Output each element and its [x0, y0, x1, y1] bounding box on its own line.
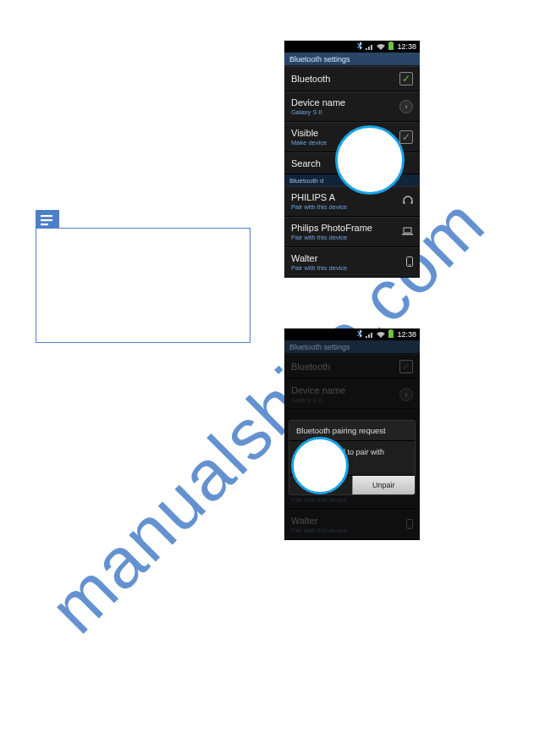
note-box	[36, 228, 250, 343]
device-name-label: Device name	[291, 385, 345, 395]
svg-rect-6	[411, 201, 413, 204]
status-time: 12:38	[397, 42, 416, 51]
device-sub: Pair with this device	[291, 234, 372, 241]
phone-screenshot-2: 12:38 Bluetooth settings Bluetooth ✓ Dev…	[284, 328, 420, 540]
svg-rect-8	[402, 234, 413, 235]
settings-header: Bluetooth settings	[284, 52, 420, 66]
device-sub: Pair with this device	[291, 527, 347, 534]
device-sub: Pair with this device	[291, 203, 347, 211]
headphones-icon	[403, 196, 413, 207]
search-label: Search	[291, 158, 321, 168]
svg-rect-10	[409, 264, 410, 265]
svg-rect-4	[390, 41, 393, 43]
svg-rect-5	[404, 201, 405, 204]
device-row-photoframe[interactable]: Philips PhotoFrame Pair with this device	[284, 217, 420, 247]
laptop-icon	[402, 227, 413, 237]
device-name-label: Device name	[291, 97, 345, 108]
bluetooth-icon	[357, 329, 363, 339]
visible-label: Visible	[291, 128, 327, 138]
device-row-walter: Walter Pair with this device	[284, 510, 420, 540]
device-name-row[interactable]: Device name Galaxy S II ›	[284, 91, 420, 122]
visible-sub: Make device	[291, 139, 327, 146]
svg-rect-14	[409, 527, 410, 527]
visible-checkbox[interactable]: ✓	[399, 130, 413, 144]
highlight-circle	[335, 125, 405, 195]
svg-rect-12	[390, 329, 393, 331]
bluetooth-label: Bluetooth	[291, 361, 330, 372]
battery-icon	[388, 41, 394, 52]
settings-header: Bluetooth settings	[284, 340, 420, 354]
device-row-walter[interactable]: Walter Pair with this device	[284, 247, 420, 278]
battery-icon	[388, 329, 394, 339]
device-title: Walter	[291, 253, 347, 263]
svg-rect-11	[388, 330, 394, 338]
device-sub: Pair with this device	[291, 264, 347, 272]
wifi-icon	[377, 330, 385, 339]
status-bar: 12:38	[284, 41, 420, 52]
bluetooth-toggle-row: Bluetooth ✓	[284, 354, 420, 379]
wifi-icon	[377, 42, 385, 52]
svg-rect-3	[388, 42, 394, 50]
device-sub: Pair with this device	[291, 496, 372, 504]
device-title: Walter	[291, 516, 347, 526]
svg-rect-2	[41, 223, 48, 225]
bluetooth-toggle-row[interactable]: Bluetooth ✓	[284, 66, 420, 91]
highlight-circle	[291, 437, 349, 494]
chevron-right-icon[interactable]: ›	[399, 100, 413, 113]
bluetooth-icon	[357, 41, 363, 52]
bluetooth-checkbox: ✓	[399, 360, 413, 373]
dialog-button-unpair[interactable]: Unpair	[352, 476, 416, 494]
phone-icon	[406, 519, 413, 531]
device-row-philips-as[interactable]: PHILIPS A Pair with this device	[284, 186, 420, 217]
device-name-value: Galaxy S II	[291, 396, 345, 404]
status-bar: 12:38	[284, 328, 420, 340]
svg-rect-1	[41, 219, 52, 221]
signal-icon	[366, 42, 374, 52]
dialog-title: Bluetooth pairing request	[289, 421, 415, 441]
device-title: PHILIPS A	[291, 192, 347, 202]
device-name-value: Galaxy S II	[291, 108, 345, 116]
phone-screenshot-1: 12:38 Bluetooth settings Bluetooth ✓ Dev…	[284, 41, 420, 278]
phone-icon	[406, 257, 413, 268]
device-name-row: Device name Galaxy S II ›	[284, 379, 420, 410]
device-title: Philips PhotoFrame	[291, 223, 372, 233]
chevron-right-icon: ›	[399, 388, 413, 401]
bluetooth-label: Bluetooth	[291, 74, 330, 84]
svg-rect-7	[404, 228, 411, 233]
bluetooth-checkbox[interactable]: ✓	[399, 72, 413, 86]
signal-icon	[366, 330, 374, 339]
status-time: 12:38	[397, 330, 416, 339]
svg-rect-0	[41, 215, 52, 217]
